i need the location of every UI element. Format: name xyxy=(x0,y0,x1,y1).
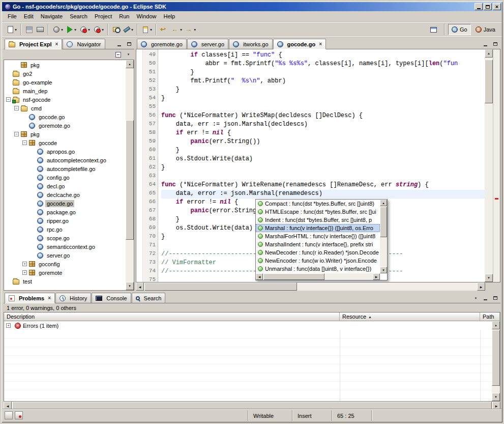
tree-item-goremote-go[interactable]: Ggoremote.go xyxy=(4,121,126,130)
scroll-thumb[interactable] xyxy=(492,330,500,386)
row-expander-icon[interactable]: + xyxy=(6,323,11,328)
tree-item-autocompletefile-go[interactable]: Gautocompletefile.go xyxy=(4,164,126,173)
completion-item[interactable]: Indent : func(dst *bytes.Buffer, src []u… xyxy=(256,216,380,224)
editor-hscrollbar[interactable]: ◀ ▶ xyxy=(136,282,485,291)
tree-expander-icon[interactable]: − xyxy=(6,97,11,102)
code-line-63[interactable] xyxy=(161,173,485,181)
minimize-view-button[interactable] xyxy=(481,294,490,302)
code-line-62[interactable]: } xyxy=(161,164,485,173)
scroll-thumb[interactable] xyxy=(144,282,297,291)
scroll-down-button[interactable]: ▼ xyxy=(485,274,493,282)
tree-item-gocode-go[interactable]: Ggocode.go xyxy=(4,199,126,208)
annotation-ruler[interactable] xyxy=(136,49,143,282)
scroll-thumb[interactable] xyxy=(380,207,387,237)
code-line-52[interactable]: fmt.Printf(" %s\n", abbr) xyxy=(161,77,485,86)
tree-item-rpc-go[interactable]: Grpc.go xyxy=(4,225,126,234)
menu-search[interactable]: Search xyxy=(66,12,91,20)
scroll-up-button[interactable]: ▲ xyxy=(126,60,134,68)
scroll-down-button[interactable]: ▼ xyxy=(492,393,500,401)
code-line-50[interactable]: abbr = fmt.Sprintf("%s %s%s", classes[i]… xyxy=(161,60,485,69)
tree-item-test[interactable]: test xyxy=(4,277,126,286)
tree-item-pkg[interactable]: pkg xyxy=(4,61,126,69)
run-last-launched-button[interactable]: ▾ xyxy=(78,24,92,36)
minimize-view-button[interactable] xyxy=(115,40,124,48)
code-line-65[interactable]: data, error := json.Marshal(renamedescs) xyxy=(161,190,485,199)
tab-project-expl[interactable]: Project Expl× xyxy=(5,39,62,49)
scroll-up-button[interactable]: ▲ xyxy=(492,321,500,329)
code-line-61[interactable]: os.Stdout.Write(data) xyxy=(161,155,485,164)
tree-expander-icon[interactable]: + xyxy=(22,270,27,275)
column-header-description[interactable]: Description xyxy=(4,313,340,321)
tree-item-semanticcontext-go[interactable]: Gsemanticcontext.go xyxy=(4,242,126,251)
collapse-all-button[interactable] xyxy=(114,51,123,59)
save-button[interactable] xyxy=(23,24,35,36)
scroll-left-button[interactable]: ◀ xyxy=(256,273,263,280)
overview-ruler[interactable] xyxy=(493,49,500,282)
tab-search[interactable]: Search xyxy=(132,293,166,303)
completion-item[interactable]: NewEncoder : func(w io.Writer) *json.Enc… xyxy=(256,257,380,265)
tree-item-autocompletecontext-go[interactable]: Gautocompletecontext.go xyxy=(4,156,126,164)
editor-tab-itworks-go[interactable]: Gitworks.go xyxy=(229,39,273,49)
explorer-scrollbar[interactable]: ▲ ▼ xyxy=(126,60,134,290)
forward-button[interactable]: ▾ xyxy=(184,24,197,36)
code-line-56[interactable]: func (*NiceFormatter) WriteSMap(decldesc… xyxy=(161,112,485,121)
popup-hscrollbar[interactable]: ◀ ▶ xyxy=(256,273,380,280)
tree-item-pkg[interactable]: −pkg xyxy=(4,130,126,138)
scroll-right-button[interactable]: ▶ xyxy=(477,282,485,291)
menu-navigate[interactable]: Navigate xyxy=(37,12,66,20)
editor-vscrollbar[interactable]: ▲ ▼ xyxy=(485,49,493,282)
error-marker-icon[interactable] xyxy=(495,198,498,200)
editor-tab-gocode-go[interactable]: Ggocode.go× xyxy=(273,39,326,49)
last-edit-location-button[interactable] xyxy=(159,24,170,36)
column-header-path[interactable]: Path xyxy=(480,313,500,321)
scroll-thumb[interactable] xyxy=(485,60,493,103)
close-tab-icon[interactable]: × xyxy=(48,295,51,301)
tree-item-gocode[interactable]: −gocode xyxy=(4,138,126,147)
external-tools-button[interactable]: ▾ xyxy=(51,24,65,36)
menu-edit[interactable]: Edit xyxy=(20,12,37,20)
scroll-left-button[interactable]: ◀ xyxy=(136,282,144,291)
open-type-button[interactable] xyxy=(110,24,122,36)
tree-item-nsf-gocode[interactable]: −nsf-gocode xyxy=(4,95,126,104)
fast-view-button[interactable] xyxy=(5,411,13,419)
scroll-up-button[interactable]: ▲ xyxy=(380,200,387,206)
minimize-button[interactable] xyxy=(475,3,483,10)
code-editor[interactable]: 4950515253545556575859606162636465666768… xyxy=(136,49,500,282)
completion-item[interactable]: Unmarshal : func(data []uint8, v interfa… xyxy=(256,265,380,273)
scroll-thumb[interactable] xyxy=(126,120,134,240)
search-button[interactable]: ▾ xyxy=(122,24,135,36)
menu-project[interactable]: Project xyxy=(91,12,115,20)
tree-item-goconfig[interactable]: +goconfig xyxy=(4,260,126,268)
tree-expander-icon[interactable]: + xyxy=(22,262,27,266)
problems-body[interactable]: +×Errors (1 item) xyxy=(4,321,492,401)
print-button[interactable] xyxy=(35,24,46,36)
completion-item[interactable]: NewDecoder : func(r io.Reader) *json.Dec… xyxy=(256,248,380,257)
scroll-thumb[interactable] xyxy=(263,273,324,280)
tree-item-cmd[interactable]: −cmd xyxy=(4,104,126,112)
problems-row[interactable]: +×Errors (1 item) xyxy=(4,321,492,330)
back-button[interactable]: ▾ xyxy=(170,24,184,36)
scroll-right-button[interactable]: ▶ xyxy=(373,273,380,280)
view-menu-button[interactable]: ▼ xyxy=(471,294,480,302)
code-line-57[interactable]: data, err := json.Marshal(decldescs) xyxy=(161,121,485,129)
minimize-view-button[interactable] xyxy=(481,40,490,48)
perspective-go-button[interactable]: G Go xyxy=(448,24,471,35)
maximize-view-button[interactable] xyxy=(125,40,133,48)
completion-item[interactable]: Compact : func(dst *bytes.Buffer, src []… xyxy=(256,200,380,208)
line-number-gutter[interactable]: 4950515253545556575859606162636465666768… xyxy=(143,49,158,282)
tab-history[interactable]: History xyxy=(55,293,91,303)
column-header-resource[interactable]: Resource▲ xyxy=(340,313,480,321)
tree-item-package-go[interactable]: Gpackage.go xyxy=(4,208,126,216)
code-line-55[interactable] xyxy=(161,103,485,112)
menu-run[interactable]: Run xyxy=(115,12,133,20)
tree-item-go2[interactable]: go2 xyxy=(4,69,126,78)
tree-expander-icon[interactable]: − xyxy=(22,140,27,145)
perspective-java-button[interactable]: J Java xyxy=(472,24,499,35)
tree-item-main-dep[interactable]: main_dep xyxy=(4,87,126,95)
progress-indicator-icon[interactable] xyxy=(15,411,23,419)
editor-tab-goremote-go[interactable]: Ggoremote.go xyxy=(137,39,187,49)
tree-item-gocode-go[interactable]: Ggocode.go xyxy=(4,112,126,121)
code-line-60[interactable]: } xyxy=(161,147,485,155)
code-line-51[interactable]: } xyxy=(161,69,485,77)
scroll-down-button[interactable]: ▼ xyxy=(380,267,387,273)
